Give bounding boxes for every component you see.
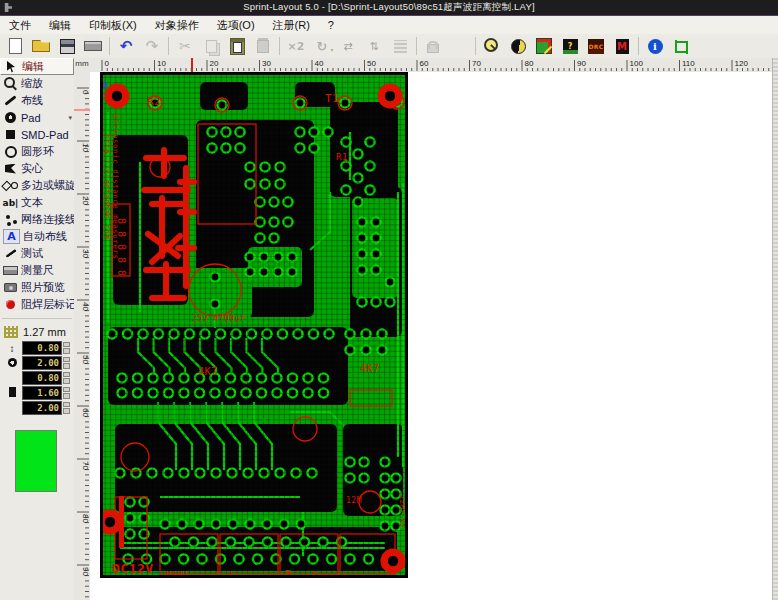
photo-icon <box>536 38 552 54</box>
lock-button[interactable] <box>420 34 446 58</box>
sidebar-item-test[interactable]: 测试 <box>0 245 74 262</box>
test-icon <box>3 247 18 260</box>
copy-button[interactable] <box>198 34 224 58</box>
left-ruler: 0102030405060708090 <box>74 72 91 600</box>
sidebar-item-edit[interactable]: 编辑 <box>0 58 74 75</box>
cut-button[interactable]: ✂ <box>172 34 198 58</box>
menu-item-2[interactable]: 印制板(X) <box>80 16 146 35</box>
delete-button[interactable] <box>250 34 276 58</box>
grid-setting[interactable]: 1.27 mm <box>0 324 74 340</box>
route-icon <box>3 94 18 107</box>
sidebar-item-connections[interactable]: 网络连接线 <box>0 211 74 228</box>
smd-pad-width-spinner[interactable] <box>63 387 70 400</box>
paste-button[interactable] <box>224 34 250 58</box>
sidebar-item-smd-pad[interactable]: SMD-Pad <box>0 126 74 143</box>
sidebar-item-zoom[interactable]: 缩放 <box>0 75 74 92</box>
smd-pad-width-value[interactable]: 1.60 <box>22 386 62 400</box>
sidebar-item-pad[interactable]: Pad▾ <box>0 109 74 126</box>
pad-outer-diameter-value[interactable]: 2.00 <box>22 356 62 370</box>
smd-pad-height-value[interactable]: 2.00 <box>22 401 62 415</box>
sidebar-item-label: SMD-Pad <box>21 129 69 141</box>
pad-drill-diameter-spinner[interactable] <box>63 372 70 385</box>
contrast-icon <box>511 39 526 54</box>
svg-text:40: 40 <box>81 302 90 311</box>
menu-item-3[interactable]: 对象操作 <box>146 16 208 35</box>
open-button[interactable] <box>28 34 54 58</box>
sidebar-item-ring[interactable]: 圆形环 <box>0 143 74 160</box>
copy-icon <box>206 40 217 53</box>
duplicate-button[interactable]: ×2 <box>283 34 309 58</box>
tool-sidebar: 编辑缩放布线Pad▾SMD-Pad圆形环实心多边或螺旋ab|文本网络连接线A自动… <box>0 58 75 600</box>
toolbar-separator <box>416 37 417 55</box>
new-button[interactable] <box>2 34 28 58</box>
capture-button[interactable] <box>668 34 694 58</box>
capture-icon <box>675 38 688 54</box>
vertical-scrollbar[interactable] <box>772 58 778 600</box>
macros-button[interactable]: M <box>609 34 635 58</box>
solder-mask-icon <box>3 298 18 311</box>
menu-item-6[interactable]: ? <box>319 17 343 33</box>
svg-text:60: 60 <box>420 59 429 68</box>
save-button[interactable] <box>54 34 80 58</box>
smd-pad-height-spinner[interactable] <box>63 402 70 415</box>
sidebar-item-solder-mask[interactable]: 阻焊层标记 <box>0 296 74 313</box>
drc-icon: DRC <box>588 39 604 54</box>
track-width-spinner[interactable] <box>63 342 70 355</box>
layout-canvas[interactable]: 88888R2T1R14K74K725v 4700uf12MDC12VMENU+… <box>90 72 772 600</box>
track-width-icon: ↕ <box>2 343 22 354</box>
photo-button[interactable] <box>531 34 557 58</box>
zoom-button[interactable] <box>479 34 505 58</box>
menu-item-0[interactable]: 文件 <box>0 16 40 35</box>
svg-text:25v 4700uf: 25v 4700uf <box>192 314 245 323</box>
rotate-button[interactable]: ↻ <box>309 34 335 58</box>
sidebar-item-label: 缩放 <box>21 76 43 91</box>
toolbar-separator <box>168 37 169 55</box>
print-button[interactable] <box>80 34 106 58</box>
mirror-horizontal-button[interactable]: ⇄ <box>335 34 361 58</box>
sidebar-item-label: 布线 <box>21 93 43 108</box>
sidebar-item-autoroute[interactable]: A自动布线 <box>0 228 74 245</box>
grid-button[interactable] <box>387 34 413 58</box>
top-ruler: 0102030405060708090100110120 <box>90 58 772 73</box>
autoroute-icon: A <box>3 229 20 244</box>
undo-button[interactable]: ↶ <box>113 34 139 58</box>
grid-size-label: 1.27 mm <box>23 326 66 338</box>
pad-drill-diameter-value[interactable]: 0.80 <box>22 371 62 385</box>
macros-icon: M <box>616 39 629 54</box>
pad-outer-diameter-row: 2.00 <box>2 356 74 370</box>
sidebar-item-zone[interactable]: 实心 <box>0 160 74 177</box>
svg-text:10: 10 <box>157 59 166 68</box>
menu-item-1[interactable]: 编辑 <box>40 16 80 35</box>
grid-icon <box>4 326 18 338</box>
menu-item-4[interactable]: 选项(O) <box>208 16 264 35</box>
pad-outer-diameter-spinner[interactable] <box>63 357 70 370</box>
connections-icon <box>3 213 18 226</box>
testmode-button[interactable]: ? <box>557 34 583 58</box>
smd-pad-width-row: 1.60 <box>2 386 74 400</box>
chevron-down-icon[interactable]: ▾ <box>68 114 72 122</box>
ruler-unit-label: mm <box>74 58 90 72</box>
info-button[interactable]: i <box>642 34 668 58</box>
track-width-value[interactable]: 0.80 <box>22 341 62 355</box>
sidebar-item-special-form[interactable]: 多边或螺旋 <box>0 177 74 194</box>
layer-color-swatch[interactable] <box>15 430 57 492</box>
unlock-button[interactable] <box>446 34 472 58</box>
svg-text:30: 30 <box>81 249 90 258</box>
sidebar-item-text[interactable]: ab|文本 <box>0 194 74 211</box>
redo-button[interactable]: ↷ <box>139 34 165 58</box>
svg-text:110: 110 <box>682 59 695 68</box>
mirror-vertical-button[interactable]: ⇅ <box>361 34 387 58</box>
sidebar-item-route[interactable]: 布线 <box>0 92 74 109</box>
sidebar-item-photo-preview[interactable]: 照片预览 <box>0 279 74 296</box>
open-icon <box>32 40 50 52</box>
svg-text:http://xledtaobao.com: http://xledtaobao.com <box>103 134 112 239</box>
contrast-button[interactable] <box>505 34 531 58</box>
sidebar-item-measure[interactable]: 测量尺 <box>0 262 74 279</box>
drc-button[interactable]: DRC <box>583 34 609 58</box>
sidebar-item-label: 照片预览 <box>21 280 65 295</box>
menu-item-5[interactable]: 注册(R) <box>264 16 319 35</box>
info-icon: i <box>648 39 663 54</box>
size-settings: ↕0.802.000.801.602.00 <box>0 341 74 415</box>
pad-outer-diameter-icon <box>2 358 22 369</box>
svg-text:50: 50 <box>367 59 376 68</box>
